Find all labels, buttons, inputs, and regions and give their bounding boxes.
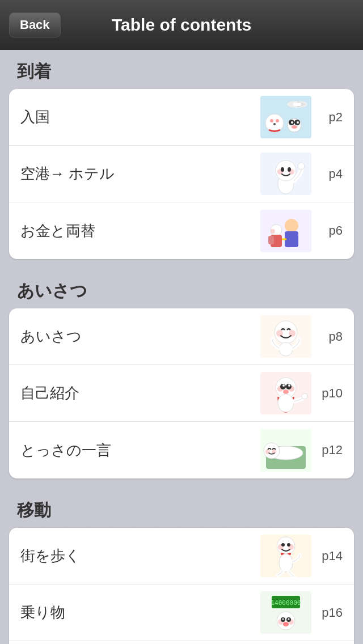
item-label: 街を歩く xyxy=(20,546,258,566)
svg-point-45 xyxy=(302,393,307,399)
item-illustration xyxy=(258,314,314,359)
list-item[interactable]: 自己紹介 xyxy=(9,365,354,422)
item-label: お金と両替 xyxy=(20,221,258,241)
svg-point-20 xyxy=(288,167,291,172)
item-illustration: 14000000 xyxy=(258,590,314,635)
item-page: p14 xyxy=(320,549,343,564)
section-header-arrival: 到着 xyxy=(0,50,363,89)
svg-point-41 xyxy=(282,384,285,387)
section-header-movement: 移動 xyxy=(0,489,363,528)
item-page: p12 xyxy=(320,443,343,457)
item-illustration xyxy=(258,371,314,416)
list-item[interactable]: お金と両替 p6 xyxy=(9,202,354,259)
item-page: p2 xyxy=(320,110,343,125)
svg-point-29 xyxy=(271,229,275,234)
svg-point-21 xyxy=(298,163,305,170)
list-item[interactable]: 街を歩く xyxy=(9,528,354,584)
svg-point-32 xyxy=(276,330,283,337)
svg-point-34 xyxy=(279,342,293,356)
svg-point-68 xyxy=(288,618,290,620)
item-label: 入国 xyxy=(20,107,258,127)
item-illustration xyxy=(258,208,314,253)
item-label: あいさつ xyxy=(20,327,258,346)
list-item[interactable]: 乗り物 14000000 xyxy=(9,584,354,641)
svg-point-13 xyxy=(292,125,297,129)
item-label: 自己紹介 xyxy=(20,383,258,403)
item-page: p8 xyxy=(320,329,343,344)
card-greetings: あいさつ xyxy=(9,308,354,478)
item-illustration xyxy=(258,533,314,579)
navigation-bar: Back Table of contents xyxy=(0,0,363,50)
svg-point-69 xyxy=(283,622,289,626)
item-label: とっさの一言 xyxy=(20,440,258,460)
svg-text:14000000: 14000000 xyxy=(271,599,301,607)
svg-point-58 xyxy=(279,554,293,572)
svg-point-12 xyxy=(297,121,299,124)
svg-point-6 xyxy=(276,119,279,122)
section-header-greetings: あいさつ xyxy=(0,269,363,308)
svg-rect-27 xyxy=(268,236,274,244)
svg-point-42 xyxy=(288,384,290,387)
card-arrival: 入国 xyxy=(9,89,354,259)
list-item[interactable]: あいさつ xyxy=(9,308,354,365)
back-button[interactable]: Back xyxy=(9,12,61,37)
svg-point-67 xyxy=(282,618,284,620)
svg-point-33 xyxy=(289,330,296,337)
page-title: Table of contents xyxy=(112,15,251,35)
svg-point-5 xyxy=(270,119,273,122)
list-item[interactable]: とっさの一言 xyxy=(9,422,354,478)
list-item[interactable]: 入国 xyxy=(9,89,354,146)
card-movement: 街を歩く xyxy=(9,528,354,644)
svg-point-43 xyxy=(283,389,289,394)
item-label: 乗り物 xyxy=(20,603,258,622)
list-item[interactable]: 地下鉄 p18 xyxy=(9,641,354,644)
svg-point-56 xyxy=(281,543,285,546)
svg-point-57 xyxy=(287,543,290,546)
item-page: p16 xyxy=(320,605,343,620)
item-illustration xyxy=(258,427,314,473)
item-illustration xyxy=(258,151,314,197)
item-page: p6 xyxy=(320,223,343,238)
item-illustration xyxy=(258,95,314,140)
svg-point-19 xyxy=(281,167,284,172)
svg-point-7 xyxy=(273,123,276,125)
list-item[interactable]: 空港→ ホテル xyxy=(9,146,354,202)
svg-rect-24 xyxy=(285,231,298,247)
item-page: p4 xyxy=(320,167,343,181)
item-page: p10 xyxy=(320,386,343,401)
svg-rect-3 xyxy=(293,103,301,106)
svg-point-44 xyxy=(278,394,294,412)
svg-point-23 xyxy=(285,219,298,232)
svg-point-11 xyxy=(291,121,293,124)
content-scroll[interactable]: 到着 入国 xyxy=(0,50,363,644)
item-label: 空港→ ホテル xyxy=(20,164,258,184)
